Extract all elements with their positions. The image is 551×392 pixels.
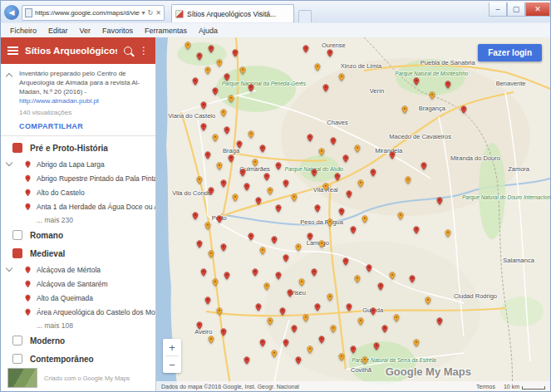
map-marker-red[interactable]	[349, 344, 357, 355]
map-marker-red[interactable]	[313, 203, 322, 214]
map-marker-red[interactable]	[204, 295, 212, 306]
zoom-in-button[interactable]: +	[163, 339, 181, 355]
map-marker-orange[interactable]	[270, 348, 278, 360]
map-marker-red[interactable]	[329, 135, 337, 147]
map-marker-orange[interactable]	[444, 228, 452, 239]
basemap-thumbnail[interactable]	[7, 368, 37, 388]
map-marker-orange[interactable]	[207, 248, 215, 260]
map-marker-orange[interactable]	[215, 57, 224, 69]
map-marker-red[interactable]	[342, 256, 350, 267]
map-marker-red[interactable]	[270, 234, 278, 246]
map-marker-orange[interactable]	[263, 281, 271, 292]
map-marker-red[interactable]	[199, 121, 208, 133]
map-marker-red[interactable]	[381, 323, 389, 335]
map-marker-red[interactable]	[263, 171, 271, 183]
legend-item[interactable]: Abrigo da Lapa Larga	[24, 157, 155, 171]
back-button[interactable]: ◀	[4, 5, 19, 20]
map-marker-red[interactable]	[365, 262, 373, 274]
map-marker-red[interactable]	[322, 82, 330, 94]
map-marker-orange[interactable]	[231, 192, 239, 203]
map-marker-red[interactable]	[243, 355, 251, 366]
legend-item[interactable]: Alcáçova de Santarém	[24, 277, 155, 291]
map-marker-orange[interactable]	[207, 334, 215, 345]
map-marker-red[interactable]	[342, 153, 350, 164]
map-marker-red[interactable]	[223, 71, 231, 83]
map-marker-orange[interactable]	[353, 273, 362, 285]
map-marker-red[interactable]	[191, 76, 199, 87]
map-marker-orange[interactable]	[306, 344, 314, 355]
map-marker-red[interactable]	[199, 100, 208, 111]
layer-checkbox[interactable]	[12, 248, 22, 258]
map-marker-red[interactable]	[345, 189, 353, 200]
map-marker-orange[interactable]	[211, 132, 219, 144]
map-marker-red[interactable]	[211, 86, 219, 97]
map-marker-red[interactable]	[372, 341, 381, 352]
map-marker-red[interactable]	[199, 267, 208, 278]
layer-checkbox[interactable]	[12, 354, 22, 364]
map-marker-orange[interactable]	[357, 316, 365, 327]
map-marker-red[interactable]	[460, 104, 468, 115]
map-marker-orange[interactable]	[266, 185, 274, 197]
map-marker-orange[interactable]	[326, 292, 334, 303]
maximize-button[interactable]: ▢	[507, 2, 525, 17]
map-marker-orange[interactable]	[298, 277, 306, 288]
map-marker-red[interactable]	[254, 195, 263, 207]
map-marker-orange[interactable]	[302, 312, 310, 324]
map-marker-red[interactable]	[274, 203, 283, 214]
legend-item[interactable]: Alcáçova de Mértola	[24, 262, 155, 277]
map-marker-orange[interactable]	[195, 174, 204, 186]
map-marker-red[interactable]	[207, 185, 215, 197]
map-marker-red[interactable]	[243, 181, 251, 193]
map-marker-red[interactable]	[231, 47, 239, 59]
map-marker-red[interactable]	[326, 47, 334, 59]
legend-item[interactable]: Abrigo Rupestre Pintado da Pala Pinta	[24, 171, 155, 185]
map-marker-red[interactable]	[420, 160, 428, 172]
map-marker-orange[interactable]	[211, 277, 219, 288]
map-marker-orange[interactable]	[215, 160, 224, 172]
map-marker-orange[interactable]	[313, 61, 322, 73]
map-marker-red[interactable]	[435, 316, 444, 327]
map-marker-red[interactable]	[345, 301, 353, 313]
map-marker-red[interactable]	[444, 79, 452, 91]
map-marker-orange[interactable]	[219, 107, 228, 119]
map-marker-red[interactable]	[310, 267, 318, 278]
map-marker-red[interactable]	[282, 337, 290, 349]
map-marker-red[interactable]	[349, 224, 357, 236]
map-marker-red[interactable]	[282, 252, 290, 264]
stop-icon[interactable]: ✕	[155, 9, 161, 17]
map-marker-orange[interactable]	[215, 306, 224, 317]
map-marker-red[interactable]	[227, 153, 235, 164]
legend-section-row[interactable]: Medieval	[1, 244, 155, 262]
map-marker-red[interactable]	[219, 326, 228, 338]
map-marker-red[interactable]	[239, 167, 247, 179]
map-marker-red[interactable]	[310, 167, 318, 179]
map-marker-orange[interactable]	[317, 146, 326, 158]
map-marker-red[interactable]	[306, 231, 314, 243]
map-marker-orange[interactable]	[294, 242, 303, 253]
minimize-button[interactable]: –	[489, 2, 507, 17]
browser-tab[interactable]: Sítios Arqueológicos Visitá...	[171, 4, 294, 22]
map-marker-red[interactable]	[195, 320, 204, 331]
map-marker-red[interactable]	[247, 231, 255, 243]
hamburger-menu-icon[interactable]	[7, 47, 18, 55]
map-marker-red[interactable]	[223, 125, 231, 136]
menu-item-editar[interactable]: Editar	[42, 27, 74, 35]
map-marker-red[interactable]	[376, 281, 385, 292]
map-marker-red[interactable]	[191, 210, 199, 222]
map-marker-red[interactable]	[306, 132, 314, 144]
zoom-out-button[interactable]: −	[163, 356, 181, 373]
map-marker-orange[interactable]	[290, 192, 298, 203]
menu-item-ver[interactable]: Ver	[74, 27, 97, 35]
map-marker-red[interactable]	[251, 267, 259, 278]
map-marker-orange[interactable]	[326, 217, 334, 228]
map-marker-orange[interactable]	[396, 210, 405, 222]
map-marker-orange[interactable]	[329, 323, 337, 335]
map-marker-red[interactable]	[207, 43, 215, 55]
map-marker-red[interactable]	[412, 76, 421, 87]
map-marker-red[interactable]	[286, 287, 294, 299]
map-marker-orange[interactable]	[337, 351, 346, 363]
map-marker-red[interactable]	[235, 139, 244, 150]
map-marker-red[interactable]	[254, 301, 263, 313]
legend-item[interactable]: Alto do Castelo	[24, 185, 155, 199]
map-marker-orange[interactable]	[357, 178, 365, 189]
